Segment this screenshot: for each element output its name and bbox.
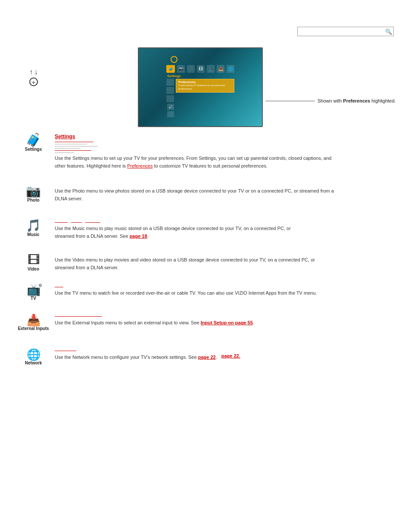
music-text-col: Use the Music menu to play music stored … (50, 220, 296, 240)
search-button[interactable]: 🔍 (383, 27, 394, 36)
network-label: Network (25, 361, 42, 365)
tv-icon-col: 📺⚙ TV (17, 284, 50, 301)
settings-title: Settings (55, 134, 335, 140)
network-icon-col: 🌐 Network (17, 349, 50, 365)
tv-icon: 📺⚙ (27, 284, 40, 296)
music-icon: 🎵 (26, 220, 41, 232)
music-icon-col: 🎵 Music (17, 220, 50, 237)
music-label: Music (27, 232, 39, 237)
external-inputs-body: Use the External Inputs menu to select a… (55, 319, 254, 327)
video-icon-col: 🎞 Video (17, 254, 50, 271)
annotation-bold: Preferences (343, 98, 370, 103)
tv-screenshot: 🧳 📷 🎵 🎞 📺 📥 🌐 Settings Preferences Custo… (138, 47, 263, 127)
network-section: 🌐 Network Use the Network menu to config… (17, 349, 312, 365)
nav-arrows: ↑↓ + (29, 68, 38, 86)
network-body: Use the Network menu to configure your T… (55, 354, 217, 361)
settings-text-col: Settings Use the Settings menu to set up… (50, 134, 335, 170)
video-text-col: Use the Video menu to play movies and vi… (50, 254, 335, 271)
annotation: Shown with Preferences highlighted. (265, 98, 396, 103)
photo-icon: 📷 (26, 185, 41, 197)
settings-label: Settings (25, 147, 42, 152)
tv-body: Use the TV menu to watch live or recorde… (55, 289, 317, 297)
photo-text-col: Use the Photo menu to view photos stored… (50, 185, 335, 202)
settings-icon: 🧳 (25, 134, 41, 146)
external-inputs-text-col: Use the External Inputs menu to select a… (50, 314, 254, 327)
external-inputs-section: 📥 External Inputs Use the External Input… (17, 314, 254, 331)
video-icon: 🎞 (28, 254, 40, 266)
tv-text-col: Use the TV menu to watch live or recorde… (50, 284, 317, 297)
photo-body: Use the Photo menu to view photos stored… (55, 187, 335, 202)
annotation-text: Shown with (318, 98, 343, 103)
external-inputs-icon-col: 📥 External Inputs (17, 314, 50, 331)
network-right-note: page 22. (217, 353, 312, 358)
search-bar: 🔍 (297, 27, 394, 36)
search-input[interactable] (297, 27, 383, 36)
network-icon: 🌐 (27, 349, 40, 360)
photo-icon-col: 📷 Photo (17, 185, 50, 202)
external-inputs-icon: 📥 (27, 314, 40, 326)
settings-icon-col: 🧳 Settings (17, 134, 50, 152)
tv-section: 📺⚙ TV Use the TV menu to watch live or r… (17, 284, 317, 301)
external-inputs-label: External Inputs (18, 326, 49, 331)
music-section: 🎵 Music Use the Music menu to play music… (17, 220, 382, 240)
settings-body: Use the Settings menu to set up your TV … (55, 155, 335, 170)
music-body: Use the Music menu to play music stored … (55, 225, 296, 240)
network-text-col: Use the Network menu to configure your T… (50, 349, 217, 361)
photo-label: Photo (27, 198, 39, 202)
settings-section: 🧳 Settings Settings Use the Settings men… (17, 134, 335, 170)
video-body: Use the Video menu to play movies and vi… (55, 256, 335, 271)
video-label: Video (28, 267, 39, 271)
up-down-arrows: ↑↓ (29, 68, 38, 77)
tv-label: TV (31, 296, 36, 301)
plus-circle: + (29, 78, 38, 86)
video-section: 🎞 Video Use the Video menu to play movie… (17, 254, 335, 271)
annotation-suffix: highlighted. (370, 98, 395, 103)
photo-section: 📷 Photo Use the Photo menu to view photo… (17, 185, 335, 202)
